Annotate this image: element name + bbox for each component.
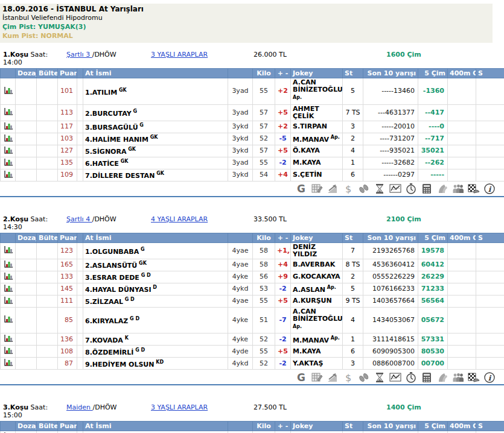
race-condition-suffix: /DHÖW	[93, 403, 117, 411]
calculator-icon[interactable]	[421, 183, 433, 195]
m400-cell	[448, 157, 476, 169]
race-number-time: 1.Koşu Saat: 14:00	[3, 51, 66, 66]
column-header-kilo: Kilo	[253, 422, 275, 431]
age-group-link[interactable]: 3 YAŞLI ARAPLAR	[151, 403, 208, 411]
hourglass-icon[interactable]	[374, 371, 386, 384]
form-chart-icon[interactable]	[1, 307, 16, 333]
race-condition-suffix: /DHÖW	[92, 215, 116, 223]
binoculars-icon[interactable]	[358, 183, 370, 195]
m400-cell	[448, 307, 476, 333]
horse-name: 3.ESRAR DEDE G D	[83, 271, 228, 283]
bulten-cell	[37, 358, 58, 370]
race-title-row: 2.Koşu Saat: 14:30Şartlı 4 /DHÖW4 YAŞLI …	[0, 215, 504, 233]
trend-arrow-icon[interactable]	[327, 183, 339, 195]
info-icon[interactable]: i	[483, 371, 496, 384]
m400-cell	[448, 133, 476, 145]
dollar-icon[interactable]: $	[342, 371, 354, 384]
m400-cell	[448, 283, 476, 295]
svg-text:G: G	[297, 183, 305, 195]
g-letter-icon[interactable]: G	[295, 183, 307, 195]
turf5-cell: 26229	[418, 271, 448, 283]
puan-cell: 111	[58, 295, 77, 307]
line-chart-icon[interactable]	[389, 371, 401, 384]
puan-cell: 127	[58, 145, 77, 157]
column-header-blank	[77, 233, 83, 242]
column-header--: + -	[275, 422, 291, 431]
horse-name: 6.HATİCE GK	[83, 157, 228, 169]
form-chart-icon[interactable]	[1, 145, 16, 157]
form-chart-icon[interactable]	[1, 259, 16, 271]
spacer-cell	[77, 157, 83, 169]
race-condition-wrap: Şartlı 3 /DHÖW	[66, 51, 151, 58]
puan-cell: 108	[58, 346, 77, 358]
form-chart-icon[interactable]	[1, 346, 16, 358]
form-chart-icon[interactable]	[1, 104, 16, 121]
age-group-link[interactable]: 3 YAŞLI ARAPLAR	[151, 51, 208, 58]
weight-diff-cell: +1,5	[275, 242, 291, 259]
horse-name: 9.HEDİYEM OLSUN KD	[83, 358, 228, 370]
photo-finish-icon[interactable]	[468, 371, 480, 384]
trend-arrow-icon[interactable]	[327, 371, 339, 384]
jockey-cell: M.KAYA	[291, 346, 343, 358]
form-chart-icon[interactable]	[1, 295, 16, 307]
jockey-cell: A.KURŞUN	[291, 295, 343, 307]
age-cell: 4yae	[228, 295, 253, 307]
horse-row: 1356.HATİCE GK3yad55-2M.KAYA1-----32682-…	[1, 157, 504, 169]
puan-cell: 136	[58, 333, 77, 346]
age-cell: 4yae	[228, 259, 253, 271]
column-header-kilo: Kilo	[253, 233, 275, 242]
form-chart-icon[interactable]	[1, 283, 16, 295]
info-icon[interactable]: i	[483, 183, 496, 195]
stopwatch-icon[interactable]	[405, 371, 417, 384]
dozaj-cell	[16, 259, 37, 271]
dollar-icon[interactable]: $	[342, 183, 354, 195]
form-chart-icon[interactable]	[1, 169, 16, 181]
race-condition-link[interactable]: Şartlı 4	[66, 215, 92, 223]
form-chart-icon[interactable]	[1, 157, 16, 169]
form-chart-icon[interactable]	[1, 121, 16, 133]
bulletin-table-icon[interactable]	[311, 371, 323, 384]
line-chart-icon[interactable]	[389, 183, 401, 195]
last10-cell: 1076166233	[363, 283, 418, 295]
stopwatch-icon[interactable]	[405, 183, 417, 195]
age-group-link[interactable]: 4 YAŞLI ARAPLAR	[151, 215, 208, 223]
puan-cell: 101	[58, 78, 77, 105]
horse-row: 1115.ZİLZAAL G D4yae55+5A.KURŞUN9 TS1403…	[1, 295, 504, 307]
race-condition-link[interactable]: Maiden	[66, 403, 93, 411]
form-chart-icon[interactable]	[1, 242, 16, 259]
form-chart-icon[interactable]	[1, 333, 16, 346]
calculator-icon[interactable]	[421, 371, 433, 384]
race-condition-link[interactable]: Şartlı 3	[66, 51, 92, 58]
weight-diff-cell: -2	[275, 358, 291, 370]
column-header-400m-g-: 400m G.	[448, 422, 476, 431]
bulten-cell	[37, 157, 58, 169]
dozaj-cell	[16, 145, 37, 157]
photo-finish-icon[interactable]	[468, 183, 480, 195]
horse-row: 1132.BURCUTAY G3yad57+5AHMET ÇELİK7 TS--…	[1, 104, 504, 121]
last10-cell: 1403657664	[363, 295, 418, 307]
start-cell: 3	[343, 358, 363, 370]
weight-diff-cell: +2	[275, 121, 291, 133]
form-chart-icon[interactable]	[1, 133, 16, 145]
kilo-cell: 58	[253, 242, 275, 259]
horse-name: 7.KOVADA K	[83, 333, 228, 346]
hourglass-icon[interactable]	[374, 183, 386, 195]
horse-head-icon[interactable]	[436, 183, 448, 195]
form-chart-icon[interactable]	[1, 358, 16, 370]
jockey-sup: Ap.	[325, 285, 336, 290]
form-chart-icon[interactable]	[1, 271, 16, 283]
spacer-cell	[77, 346, 83, 358]
binoculars-icon[interactable]	[358, 371, 370, 384]
g-letter-icon[interactable]: G	[295, 371, 307, 384]
people-icon[interactable]	[452, 371, 464, 384]
jockey-cell: DENİZ YILDIZ	[291, 242, 343, 259]
form-chart-icon[interactable]	[1, 78, 16, 105]
race-title-row: 3.Koşu Saat: 15:00Maiden /DHÖW3 YAŞLI AR…	[0, 403, 504, 421]
column-header-st: St	[343, 422, 363, 431]
people-icon[interactable]	[452, 183, 464, 195]
turf5-cell: -1360	[418, 78, 448, 105]
column-header-blank	[228, 422, 253, 431]
horse-head-icon[interactable]	[436, 371, 448, 384]
bulletin-table-icon[interactable]	[311, 183, 323, 195]
race-condition-wrap: Şartlı 4 /DHÖW	[66, 215, 151, 223]
